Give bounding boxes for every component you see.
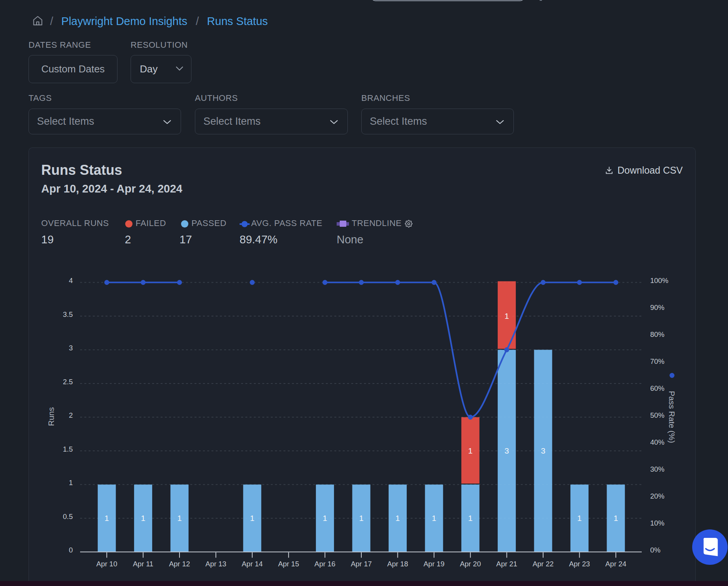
svg-text:1: 1: [69, 479, 73, 487]
svg-text:Apr 24: Apr 24: [606, 560, 627, 568]
svg-text:30%: 30%: [650, 465, 664, 473]
svg-text:Apr 18: Apr 18: [387, 560, 408, 568]
svg-text:Apr 17: Apr 17: [351, 560, 372, 568]
svg-text:Apr 12: Apr 12: [169, 560, 190, 568]
svg-text:1.5: 1.5: [63, 445, 73, 453]
svg-text:Apr 13: Apr 13: [205, 560, 226, 568]
svg-text:Apr 21: Apr 21: [496, 560, 517, 568]
svg-text:4: 4: [69, 276, 73, 285]
svg-text:3: 3: [69, 344, 73, 352]
svg-text:60%: 60%: [650, 384, 664, 392]
svg-text:3.5: 3.5: [63, 310, 73, 318]
svg-text:0%: 0%: [650, 546, 661, 554]
svg-text:Apr 15: Apr 15: [278, 560, 299, 568]
svg-text:Apr 19: Apr 19: [424, 560, 445, 568]
svg-text:Apr 11: Apr 11: [133, 560, 153, 568]
svg-text:Runs: Runs: [47, 407, 55, 426]
svg-text:Apr 20: Apr 20: [460, 560, 481, 568]
svg-text:2: 2: [69, 411, 73, 419]
svg-text:Apr 14: Apr 14: [242, 560, 263, 568]
svg-text:2.5: 2.5: [63, 378, 73, 386]
svg-text:0: 0: [69, 546, 73, 554]
svg-text:10%: 10%: [650, 519, 664, 527]
svg-text:100%: 100%: [650, 276, 668, 285]
svg-text:Apr 10: Apr 10: [96, 560, 117, 568]
svg-text:50%: 50%: [650, 411, 664, 419]
svg-text:Apr 22: Apr 22: [533, 560, 554, 568]
svg-text:Pass Rate (%): Pass Rate (%): [668, 391, 676, 443]
svg-text:0.5: 0.5: [63, 512, 73, 521]
svg-text:20%: 20%: [650, 492, 664, 500]
svg-text:70%: 70%: [650, 357, 664, 365]
svg-text:Apr 16: Apr 16: [314, 560, 335, 568]
svg-text:90%: 90%: [650, 303, 664, 311]
svg-text:Apr 23: Apr 23: [569, 560, 590, 568]
svg-text:40%: 40%: [650, 438, 664, 446]
svg-text:80%: 80%: [650, 330, 664, 338]
